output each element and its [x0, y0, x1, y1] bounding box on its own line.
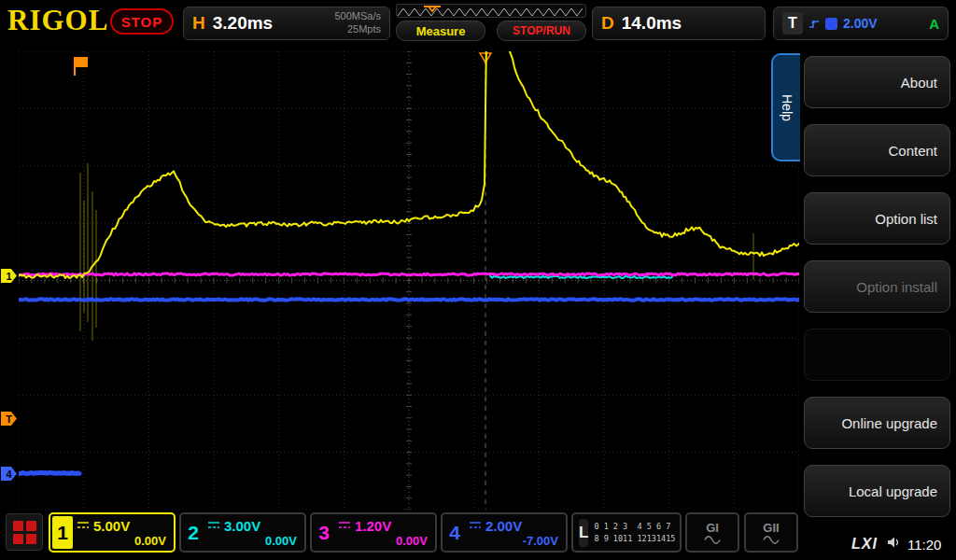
channel-1-position-marker[interactable]: 1	[1, 269, 17, 283]
menu-item-content[interactable]: Content	[804, 124, 950, 176]
run-state-badge[interactable]: STOP	[110, 8, 174, 35]
menu-item-option-install: Option install	[804, 260, 950, 313]
dc-coupling-icon	[338, 521, 351, 530]
trigger-slope-icon	[808, 19, 820, 29]
trigger-source-icon	[825, 18, 837, 30]
channel-2-box[interactable]: 2 3.00V 0.00V	[179, 512, 306, 553]
trigger-position-flag-icon[interactable]	[74, 57, 88, 67]
stop-run-button[interactable]: STOP/RUN	[497, 21, 586, 41]
clock-time: 11:20	[907, 537, 941, 553]
channel-4-number: 4	[444, 516, 465, 549]
memory-waveform-icon	[397, 6, 585, 18]
delay-panel[interactable]: D 14.0ms	[592, 7, 766, 40]
source-1-label: GI	[706, 521, 719, 535]
channel-4-offset: -7.00V	[469, 534, 558, 548]
sine-wave-icon	[704, 536, 721, 544]
trigger-mode-badge: A	[929, 16, 939, 32]
memory-waveform-strip[interactable]	[396, 4, 586, 18]
memory-depth-value: 25Mpts	[347, 23, 381, 36]
trigger-level-value: 2.00V	[843, 16, 923, 31]
lxi-logo: LXI	[851, 536, 878, 553]
channel-1-box[interactable]: 1 5.00V 0.00V	[49, 512, 176, 553]
digital-channels-box[interactable]: L 0 1 2 3 4 5 6 78 9 1011 12131415	[571, 512, 682, 553]
channel-3-number: 3	[314, 516, 334, 549]
digital-channels-list: 0 1 2 3 4 5 6 78 9 1011 12131415	[594, 521, 675, 545]
speaker-icon[interactable]	[887, 536, 902, 549]
channel-4-position-marker[interactable]: 4	[1, 467, 17, 481]
delay-label: D	[601, 13, 614, 34]
trigger-panel[interactable]: T 2.00V A	[773, 7, 949, 40]
channel-3-offset: 0.00V	[338, 534, 428, 548]
channel-4-scale: 2.00V	[485, 518, 522, 534]
sample-rate-value: 500MSa/s	[334, 10, 381, 23]
channel-4-box[interactable]: 4 2.00V -7.00V	[441, 512, 568, 553]
menu-item-online-upgrade[interactable]: Online upgrade	[804, 397, 950, 449]
delay-value: 14.0ms	[622, 13, 756, 34]
dc-coupling-icon	[469, 521, 482, 530]
oscilloscope-screen: RIGOL STOP H 3.20ms 500MSa/s 25Mpts Meas…	[0, 0, 956, 560]
horizontal-label: H	[192, 13, 205, 34]
dc-coupling-icon	[77, 521, 90, 530]
help-menu-tab: Help	[771, 53, 800, 161]
menu-item-about[interactable]: About	[804, 56, 950, 108]
channel-1-scale: 5.00V	[93, 518, 130, 534]
timebase-value: 3.20ms	[213, 13, 328, 34]
channel-1-offset: 0.00V	[77, 534, 166, 548]
menu-item-blank	[804, 329, 950, 381]
channel-2-scale: 3.00V	[224, 518, 260, 534]
quick-menu-icon[interactable]	[6, 513, 43, 551]
source-1-box[interactable]: GI	[685, 512, 739, 553]
channel-1-number: 1	[52, 516, 73, 549]
trigger-label: T	[782, 12, 803, 35]
menu-item-local-upgrade[interactable]: Local upgrade	[804, 465, 950, 517]
dc-coupling-icon	[207, 521, 220, 530]
sine-wave-icon	[763, 536, 780, 544]
menu-item-option-list[interactable]: Option list	[804, 192, 950, 245]
digital-channels-label: L	[579, 519, 588, 547]
horizontal-panel[interactable]: H 3.20ms 500MSa/s 25Mpts	[183, 7, 390, 40]
measure-button[interactable]: Measure	[396, 21, 485, 41]
source-2-box[interactable]: GII	[744, 512, 798, 553]
channel-2-offset: 0.00V	[207, 534, 297, 548]
trigger-level-marker[interactable]: T	[1, 412, 17, 426]
rigol-logo: RIGOL	[7, 4, 108, 37]
waveform-display	[19, 51, 799, 510]
channel-2-number: 2	[183, 516, 204, 549]
channel-3-box[interactable]: 3 1.20V 0.00V	[310, 512, 437, 553]
channel-3-scale: 1.20V	[355, 518, 391, 534]
source-2-label: GII	[763, 521, 779, 535]
